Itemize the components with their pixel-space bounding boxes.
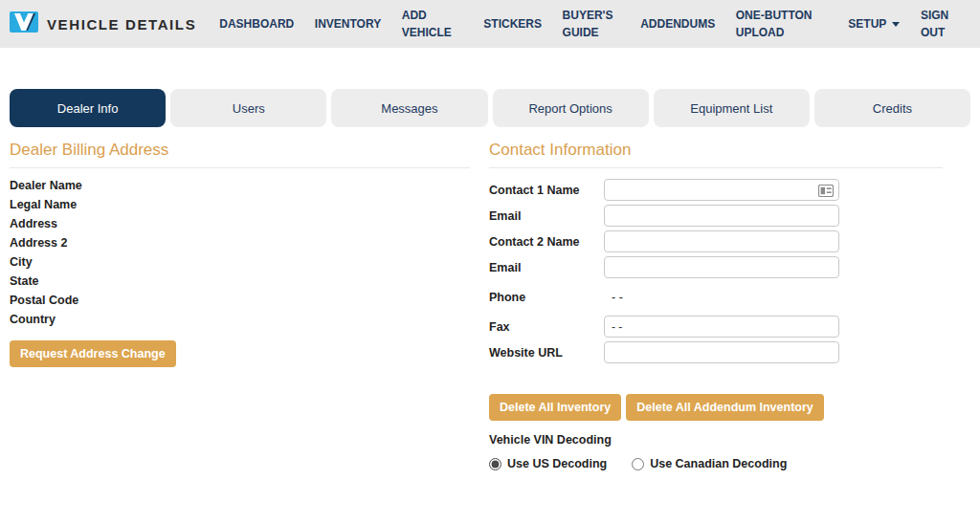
email-1-input[interactable] [604,205,839,227]
billing-label-state: State [10,274,470,294]
email-2-label: Email [489,261,604,274]
nav-item-dashboard[interactable]: DASHBOARD [219,15,294,33]
billing-label-dealer-name: Dealer Name [10,179,470,198]
setup-label: SETUP [848,15,886,33]
contact-1-name-input-wrap [604,179,839,201]
nav-item-inventory[interactable]: INVENTORY [315,15,381,33]
email-2-input[interactable] [604,256,839,278]
billing-label-address-2: Address 2 [10,236,470,255]
use-us-decoding-option[interactable]: Use US Decoding [489,457,607,470]
nav-links: DASHBOARD INVENTORY ADD VEHICLE STICKERS… [219,7,963,41]
billing-label-city: City [10,255,470,274]
nav-item-stickers[interactable]: STICKERS [483,15,542,33]
contact-2-name-row: Contact 2 Name [489,230,943,252]
contact-1-name-label: Contact 1 Name [489,184,604,197]
dealer-billing-address-section: Dealer Billing Address Dealer Name Legal… [10,141,470,470]
billing-heading: Dealer Billing Address [10,141,470,168]
email-1-label: Email [489,209,604,223]
website-url-label: Website URL [489,346,604,360]
request-address-change-button[interactable]: Request Address Change [10,340,176,367]
vehicle-vin-decoding-label: Vehicle VIN Decoding [489,433,943,447]
contact-information-section: Contact Information Contact 1 Name Email [489,141,943,470]
billing-label-address: Address [10,217,470,236]
website-url-input[interactable] [604,341,839,363]
vin-decoding-options: Use US Decoding Use Canadian Decoding [489,457,943,470]
tab-report-options[interactable]: Report Options [493,89,649,127]
tab-users[interactable]: Users [170,89,326,127]
contact-2-name-label: Contact 2 Name [489,235,604,249]
tab-messages[interactable]: Messages [331,89,487,127]
billing-label-postal-code: Postal Code [10,294,470,313]
nav-item-buyers-guide[interactable]: BUYER'S GUIDE [563,7,620,41]
contact-2-name-input[interactable] [604,230,839,252]
contact-1-name-row: Contact 1 Name [489,179,943,201]
use-canadian-decoding-option[interactable]: Use Canadian Decoding [632,457,787,470]
settings-tab-bar: Dealer Info Users Messages Report Option… [10,89,970,127]
tab-equipment-list[interactable]: Equipment List [654,89,810,127]
tab-dealer-info[interactable]: Dealer Info [10,89,166,127]
use-canadian-decoding-radio[interactable] [632,458,644,470]
tab-credits[interactable]: Credits [814,89,970,127]
brand-logo[interactable]: VEHICLE DETAILS [10,11,196,36]
main-content: Dealer Billing Address Dealer Name Legal… [0,141,980,470]
email-1-row: Email [489,205,943,227]
fax-label: Fax [489,320,604,334]
email-2-row: Email [489,256,943,278]
nav-item-add-vehicle[interactable]: ADD VEHICLE [402,7,463,41]
phone-label: Phone [489,291,604,304]
delete-all-inventory-button[interactable]: Delete All Inventory [489,394,621,421]
contact-card-icon[interactable] [818,184,834,201]
top-navbar: VEHICLE DETAILS DASHBOARD INVENTORY ADD … [0,0,980,48]
website-url-row: Website URL [489,341,943,363]
nav-item-setup[interactable]: SETUP [848,15,900,33]
use-us-decoding-radio[interactable] [489,458,501,470]
delete-buttons-row: Delete All Inventory Delete All Addendum… [489,394,943,421]
phone-row: Phone - - [489,286,943,308]
chevron-down-icon [892,22,900,27]
nav-item-one-button-upload[interactable]: ONE-BUTTON UPLOAD [736,7,828,41]
vehicle-details-logo-icon [10,11,38,36]
fax-input[interactable] [604,316,839,338]
use-us-decoding-label: Use US Decoding [507,457,607,470]
phone-value: - - [604,291,623,304]
billing-label-country: Country [10,313,470,332]
billing-label-legal-name: Legal Name [10,198,470,217]
contact-1-name-input[interactable] [604,179,839,201]
nav-item-sign-out[interactable]: SIGN OUT [921,7,963,41]
delete-all-addendum-inventory-button[interactable]: Delete All Addendum Inventory [626,394,824,421]
use-canadian-decoding-label: Use Canadian Decoding [650,457,787,470]
contact-heading: Contact Information [489,141,943,168]
brand-title: VEHICLE DETAILS [47,16,196,33]
nav-item-addendums[interactable]: ADDENDUMS [640,15,715,33]
fax-row: Fax [489,316,943,338]
